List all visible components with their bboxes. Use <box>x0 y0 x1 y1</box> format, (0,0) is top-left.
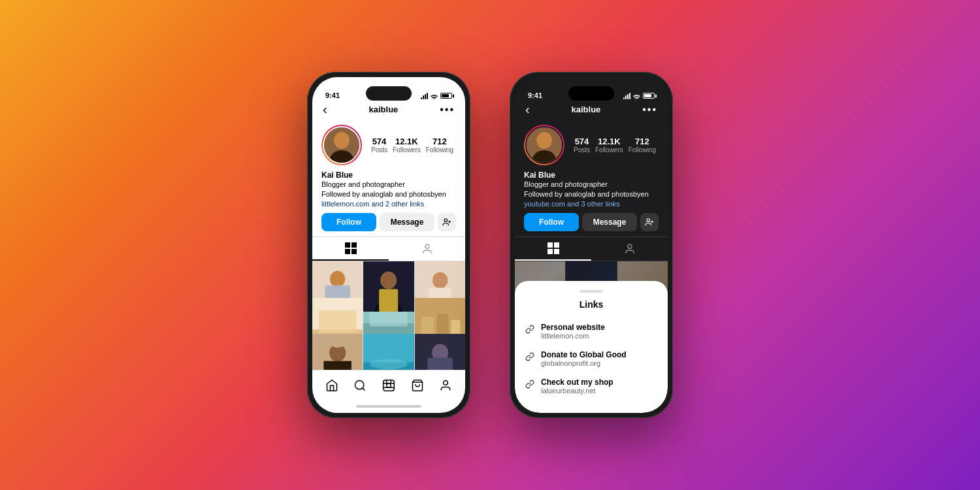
back-button-2[interactable]: ‹ <box>525 102 530 117</box>
svg-rect-65 <box>554 249 559 254</box>
avatar-2[interactable] <box>524 125 564 165</box>
stat-followers-2[interactable]: 12.1K Followers <box>595 137 623 154</box>
status-time-2: 9:41 <box>528 91 542 99</box>
chain-icon-1 <box>525 323 534 334</box>
svg-rect-62 <box>547 242 553 248</box>
stat-following-2[interactable]: 712 Following <box>629 137 656 154</box>
svg-rect-10 <box>351 249 357 254</box>
bio-section-1: Kai Blue Blogger and photographer Follow… <box>312 171 465 213</box>
svg-point-40 <box>370 359 408 369</box>
svg-point-66 <box>628 244 632 248</box>
svg-rect-37 <box>331 340 344 348</box>
nav-home-1[interactable] <box>322 376 342 395</box>
grid-photo-7[interactable] <box>312 334 363 370</box>
back-button-1[interactable]: ‹ <box>323 102 327 117</box>
chain-icon-2 <box>525 351 534 361</box>
phone-1-screen: 9:41 <box>312 77 465 413</box>
svg-point-13 <box>330 270 345 287</box>
tab-grid-2[interactable] <box>515 237 591 261</box>
grid-photo-9[interactable] <box>415 334 465 370</box>
phone-1: 9:41 <box>307 72 470 418</box>
stat-followers-1[interactable]: 12.1K Followers <box>393 137 421 154</box>
status-time-1: 9:41 <box>325 91 340 99</box>
grid-icon-1 <box>345 242 357 254</box>
svg-line-46 <box>363 387 365 390</box>
link-name-3: Check out my shop <box>541 378 613 387</box>
svg-point-48 <box>387 383 391 387</box>
svg-rect-63 <box>554 242 559 248</box>
follow-button-1[interactable]: Follow <box>321 213 376 231</box>
stat-posts-2[interactable]: 574 Posts <box>574 137 590 154</box>
link-url-1: littlelemon.com <box>541 332 605 340</box>
chain-icon-3 <box>525 378 534 389</box>
stats-row-2: 574 Posts 12.1K Followers 712 Following <box>571 137 659 154</box>
follow-button-2[interactable]: Follow <box>524 213 579 231</box>
status-icons-2 <box>623 93 655 99</box>
tab-grid-1[interactable] <box>312 237 389 261</box>
bio-link-1[interactable]: littlelemon.com and 2 other links <box>321 200 456 208</box>
wifi-icon-1 <box>431 93 438 99</box>
svg-point-4 <box>444 219 448 222</box>
svg-rect-47 <box>384 380 395 391</box>
add-person-button-2[interactable] <box>640 213 659 231</box>
stat-posts-1[interactable]: 574 Posts <box>371 137 387 154</box>
message-button-2[interactable]: Message <box>582 213 637 231</box>
link-name-1: Personal website <box>541 323 605 332</box>
bio-name-2: Kai Blue <box>524 171 659 180</box>
grid-photo-2[interactable] <box>363 261 414 312</box>
svg-point-17 <box>380 271 397 289</box>
phone-2-screen: 9:41 <box>515 77 668 413</box>
bio-desc-1: Blogger and photographer <box>321 180 456 189</box>
svg-rect-9 <box>345 249 350 254</box>
svg-point-54 <box>444 380 448 385</box>
profile-header-1: 574 Posts 12.1K Followers 712 Following <box>312 121 465 171</box>
photo-grid-1 <box>312 261 465 370</box>
link-item-3[interactable]: Check out my shop lalueurbeauty.net <box>515 372 668 400</box>
link-name-2: Donate to Global Good <box>541 350 627 359</box>
action-buttons-2: Follow Message <box>515 213 668 237</box>
bio-link-2[interactable]: youtube.com and 3 other links <box>524 200 659 208</box>
tab-tagged-2[interactable] <box>591 237 668 261</box>
tab-tagged-1[interactable] <box>389 237 465 261</box>
svg-point-59 <box>647 219 650 222</box>
svg-point-21 <box>433 272 448 288</box>
nav-bar-2: ‹ kaiblue ••• <box>515 102 668 121</box>
more-button-2[interactable]: ••• <box>642 104 657 116</box>
add-person-button-1[interactable] <box>438 213 456 231</box>
svg-rect-7 <box>345 242 350 248</box>
nav-username-2: kaiblue <box>572 105 601 114</box>
svg-rect-26 <box>319 310 357 333</box>
dynamic-island-2 <box>568 86 614 101</box>
link-url-2: globalnonprofit.org <box>541 359 627 367</box>
more-button-1[interactable]: ••• <box>440 104 455 116</box>
nav-profile-1[interactable] <box>436 376 455 395</box>
svg-point-45 <box>355 380 364 389</box>
links-modal: Links Personal website littlelemon.com <box>515 281 668 413</box>
link-url-3: lalueurbeauty.net <box>541 387 613 395</box>
svg-rect-8 <box>351 242 357 248</box>
home-bar-1 <box>312 400 465 413</box>
message-button-1[interactable]: Message <box>380 213 434 231</box>
phone-2: 9:41 <box>510 72 673 418</box>
signal-icon-1 <box>421 93 428 99</box>
svg-rect-44 <box>427 358 453 370</box>
bio-name-1: Kai Blue <box>321 171 456 180</box>
grid-photo-8[interactable] <box>363 334 414 370</box>
link-item-1[interactable]: Personal website littlelemon.com <box>515 318 668 345</box>
avatar-1[interactable] <box>321 125 362 165</box>
dynamic-island-1 <box>366 86 412 101</box>
nav-username-1: kaiblue <box>369 105 399 114</box>
link-item-2[interactable]: Donate to Global Good globalnonprofit.or… <box>515 345 668 372</box>
nav-reels-1[interactable] <box>379 376 399 395</box>
bottom-nav-1 <box>312 370 465 400</box>
bio-followed-1: Followed by analoglab and photosbyen <box>321 189 456 199</box>
nav-shop-1[interactable] <box>408 376 427 395</box>
tab-bar-2 <box>515 237 668 261</box>
nav-search-1[interactable] <box>350 376 370 395</box>
stat-following-1[interactable]: 712 Following <box>426 137 453 154</box>
tab-bar-1 <box>312 237 465 261</box>
bio-section-2: Kai Blue Blogger and photographer Follow… <box>515 171 668 213</box>
battery-icon-2 <box>643 93 655 99</box>
signal-icon-2 <box>623 93 630 99</box>
profile-header-2: 574 Posts 12.1K Followers 712 Following <box>515 121 668 171</box>
